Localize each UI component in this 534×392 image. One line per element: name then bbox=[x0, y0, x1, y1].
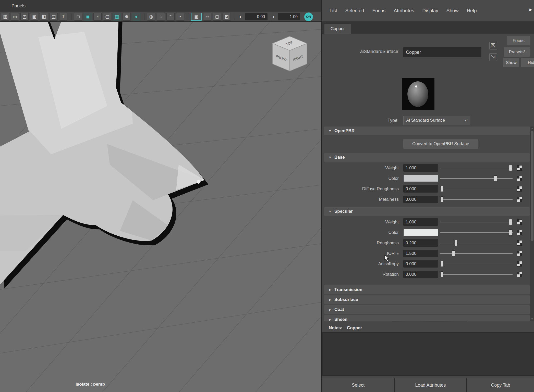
model-starfish[interactable] bbox=[0, 22, 208, 289]
default-material-icon[interactable]: ▢ bbox=[103, 13, 111, 21]
color-swatch[interactable] bbox=[403, 175, 438, 182]
slider[interactable] bbox=[440, 227, 513, 238]
motion-blur-icon[interactable]: ◌ bbox=[157, 13, 165, 21]
slider[interactable] bbox=[440, 194, 513, 205]
section-transmission[interactable]: ▶Transmission bbox=[324, 285, 530, 294]
slider[interactable] bbox=[440, 184, 513, 194]
xray-joints-icon[interactable]: ▢ bbox=[213, 13, 221, 21]
view-cube[interactable]: TOP FRONT RIGHT bbox=[271, 35, 309, 73]
gate-mask-icon[interactable]: ▣ bbox=[30, 13, 38, 21]
multisample-icon[interactable]: ◠ bbox=[166, 13, 175, 21]
exposure-icon[interactable]: ◐ bbox=[237, 14, 244, 19]
menu-list[interactable]: List bbox=[325, 6, 341, 16]
convert-openpbr-button[interactable]: Convert to OpenPBR Surface bbox=[403, 139, 478, 149]
on-toggle[interactable]: ON bbox=[304, 12, 313, 21]
textured-display-icon[interactable]: ▩ bbox=[113, 13, 121, 21]
field-chart-icon[interactable]: ◧ bbox=[40, 13, 48, 21]
material-swatch[interactable] bbox=[402, 78, 434, 110]
map-button[interactable] bbox=[517, 240, 522, 246]
smooth-shade-icon[interactable]: ◼ bbox=[84, 13, 92, 21]
menu-attributes[interactable]: Attributes bbox=[390, 6, 418, 16]
exposure-field[interactable]: 0.00 bbox=[245, 13, 268, 20]
map-button[interactable] bbox=[517, 219, 522, 225]
map-button[interactable] bbox=[517, 261, 522, 267]
shade-options-icon[interactable]: ◔ bbox=[93, 13, 102, 21]
presets-button[interactable]: Presets* bbox=[504, 47, 530, 57]
safe-title-icon[interactable]: T bbox=[59, 13, 67, 21]
section-subsurface[interactable]: ▶Subsurface bbox=[324, 295, 530, 304]
menu-focus[interactable]: Focus bbox=[368, 6, 390, 16]
type-dropdown[interactable]: Ai Standard Surface ▼ bbox=[403, 116, 470, 125]
hide-button[interactable]: Hide bbox=[521, 58, 534, 67]
slider[interactable] bbox=[440, 259, 513, 269]
isolate-select-icon[interactable]: ▣ bbox=[191, 13, 202, 21]
output-connections-icon[interactable]: ⇲ bbox=[489, 53, 497, 61]
notes-resize-handle[interactable] bbox=[392, 321, 466, 321]
resolution-gate-icon[interactable]: ◳ bbox=[20, 13, 29, 21]
camera-thumbnail-icon[interactable]: ◩ bbox=[223, 13, 231, 21]
map-button[interactable] bbox=[517, 165, 522, 171]
value-field[interactable]: 0.200 bbox=[403, 239, 438, 247]
slider-handle[interactable] bbox=[452, 250, 455, 256]
notes-textarea[interactable] bbox=[322, 332, 534, 376]
slider-handle[interactable] bbox=[509, 165, 512, 171]
scroll-down-icon[interactable]: ▼ bbox=[530, 317, 534, 321]
value-field[interactable]: 0.000 bbox=[403, 260, 438, 268]
focus-button[interactable]: Focus bbox=[507, 36, 530, 45]
gamma-field[interactable]: 1.00 bbox=[278, 13, 300, 20]
scrollbar-thumb[interactable] bbox=[531, 131, 533, 241]
slider-handle[interactable] bbox=[440, 186, 443, 192]
slider[interactable] bbox=[440, 173, 513, 184]
section-coat[interactable]: ▶Coat bbox=[324, 305, 530, 314]
slider-handle[interactable] bbox=[440, 196, 443, 202]
map-button[interactable] bbox=[517, 251, 522, 256]
node-name-field[interactable]: Copper bbox=[403, 47, 481, 57]
slider[interactable] bbox=[440, 163, 513, 173]
grid-display-icon[interactable]: ▦ bbox=[1, 13, 9, 21]
slider-handle[interactable] bbox=[455, 240, 458, 246]
map-button[interactable] bbox=[517, 272, 522, 277]
xray-icon[interactable]: ▱ bbox=[203, 13, 211, 21]
gamma-icon[interactable]: ◑ bbox=[270, 14, 277, 19]
value-field[interactable]: 0.000 bbox=[403, 271, 438, 278]
input-connections-icon[interactable]: ⇱ bbox=[489, 42, 497, 49]
safe-action-icon[interactable]: ◱ bbox=[50, 13, 58, 21]
slider-handle[interactable] bbox=[440, 271, 443, 277]
occlusion-icon[interactable]: ◍ bbox=[147, 13, 155, 21]
map-button[interactable] bbox=[517, 186, 522, 192]
scroll-up-icon[interactable]: ▲ bbox=[530, 127, 534, 130]
section-base[interactable]: ▼ Base bbox=[324, 153, 530, 162]
map-button[interactable] bbox=[517, 230, 522, 235]
select-button[interactable]: Select bbox=[322, 378, 394, 392]
menu-display[interactable]: Display bbox=[418, 6, 442, 16]
show-button[interactable]: Show bbox=[503, 58, 519, 67]
slider[interactable] bbox=[440, 248, 513, 259]
slider-handle[interactable] bbox=[509, 219, 512, 225]
section-openpbr[interactable]: ▼ OpenPBR bbox=[324, 127, 530, 135]
slider[interactable] bbox=[440, 217, 513, 227]
depth-peel-icon[interactable]: ▪ bbox=[176, 13, 184, 21]
ae-scrollbar[interactable]: ▲ ▼ bbox=[530, 127, 534, 321]
slider-handle[interactable] bbox=[509, 230, 512, 235]
value-field[interactable]: 1.500 bbox=[403, 250, 438, 257]
menu-help[interactable]: Help bbox=[463, 6, 481, 16]
menu-selected[interactable]: Selected bbox=[341, 6, 368, 16]
copy-tab-button[interactable]: Copy Tab bbox=[467, 378, 534, 392]
wireframe-display-icon[interactable]: ◻ bbox=[74, 13, 82, 21]
map-button[interactable] bbox=[517, 176, 522, 181]
slider-handle[interactable] bbox=[494, 175, 497, 181]
value-field[interactable]: 0.000 bbox=[403, 185, 438, 193]
value-field[interactable]: 0.000 bbox=[403, 196, 438, 203]
map-button[interactable] bbox=[517, 197, 522, 202]
viewport-3d[interactable]: TOP FRONT RIGHT Isolate : persp bbox=[0, 22, 321, 392]
menu-show[interactable]: Show bbox=[442, 6, 463, 16]
all-lights-icon[interactable]: ✸ bbox=[123, 13, 131, 21]
value-field[interactable]: 1.000 bbox=[403, 218, 438, 226]
shadows-icon[interactable]: ● bbox=[132, 13, 140, 21]
panel-arrow-icon[interactable]: ➤ bbox=[528, 7, 532, 13]
value-field[interactable]: 1.000 bbox=[403, 164, 438, 172]
color-swatch[interactable] bbox=[403, 229, 438, 236]
load-attributes-button[interactable]: Load Attributes bbox=[395, 378, 466, 392]
panels-menu[interactable]: Panels bbox=[0, 3, 26, 9]
slider[interactable] bbox=[440, 238, 513, 248]
